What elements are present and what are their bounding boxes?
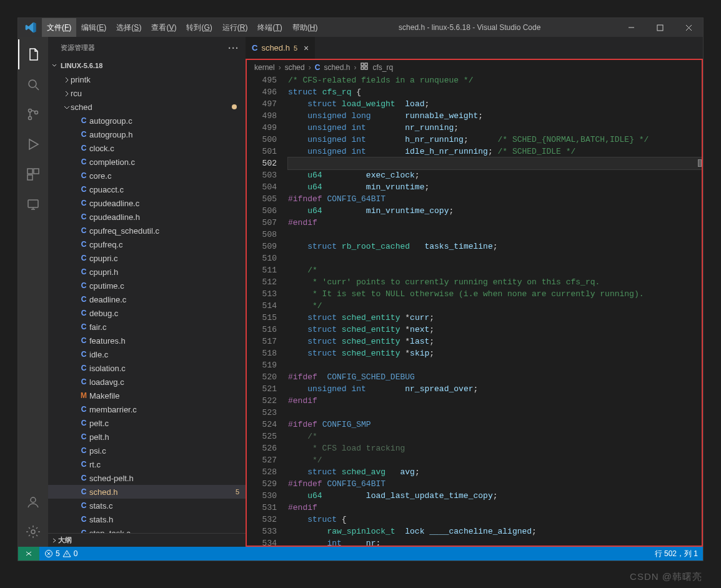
file-rt-c[interactable]: Crt.c <box>48 457 246 471</box>
breadcrumbs[interactable]: kernel›sched›Csched.h›cfs_rq <box>246 59 703 74</box>
file-isolation-c[interactable]: Cisolation.c <box>48 361 246 375</box>
file-sched-pelt-h[interactable]: Csched-pelt.h <box>48 471 246 485</box>
sidebar-more-icon[interactable]: ··· <box>228 43 239 53</box>
file-clock-c[interactable]: Cclock.c <box>48 141 246 155</box>
folder-rcu[interactable]: rcu <box>48 86 246 100</box>
remote-indicator[interactable] <box>18 547 39 561</box>
code-content[interactable]: /* CFS-related fields in a runqueue */st… <box>288 74 702 546</box>
file-cpufreq-c[interactable]: Ccpufreq.c <box>48 237 246 251</box>
file-deadline-c[interactable]: Cdeadline.c <box>48 292 246 306</box>
code-line[interactable]: * 'curr' points to currently running ent… <box>288 276 702 288</box>
minimize-button[interactable] <box>617 18 645 37</box>
file-sched-h[interactable]: Csched.h5 <box>48 485 246 499</box>
code-line[interactable]: int nr; <box>288 537 702 547</box>
code-editor[interactable]: 4954964974984995005015025035045055065075… <box>246 74 703 547</box>
code-line[interactable]: struct load_weight load; <box>288 98 702 110</box>
breadcrumb-segment[interactable]: sched <box>285 63 305 72</box>
code-line[interactable]: raw_spinlock_t lock ____cacheline_aligne… <box>288 526 702 537</box>
explorer-icon[interactable] <box>18 39 48 69</box>
extensions-icon[interactable] <box>18 159 48 189</box>
menu-s[interactable]: 选择(S) <box>111 18 146 37</box>
tab-sched-h[interactable]: C sched.h 5 × <box>246 37 316 59</box>
code-line[interactable]: unsigned int nr_running; <box>288 122 702 134</box>
breadcrumb-segment[interactable]: cfs_rq <box>372 63 393 72</box>
folder-printk[interactable]: printk <box>48 72 246 86</box>
file-idle-c[interactable]: Cidle.c <box>48 347 246 361</box>
code-line[interactable]: struct sched_entity *skip; <box>288 347 702 359</box>
file-psi-c[interactable]: Cpsi.c <box>48 444 246 457</box>
file-cpupri-c[interactable]: Ccpupri.c <box>48 251 246 265</box>
menu-v[interactable]: 查看(V) <box>146 18 181 37</box>
file-debug-c[interactable]: Cdebug.c <box>48 306 246 320</box>
breadcrumb-segment[interactable]: kernel <box>254 63 275 72</box>
code-line[interactable]: struct sched_avg avg; <box>288 466 702 478</box>
maximize-button[interactable] <box>645 18 674 37</box>
file-autogroup-c[interactable]: Cautogroup.c <box>48 114 246 127</box>
code-line[interactable]: #endif <box>288 217 702 229</box>
file-stats-c[interactable]: Cstats.c <box>48 499 246 512</box>
folder-sched[interactable]: sched <box>48 100 246 114</box>
code-line[interactable]: unsigned int idle_h_nr_running; /* SCHED… <box>288 146 702 157</box>
menu-t[interactable]: 终端(T) <box>252 18 287 37</box>
code-line[interactable]: #ifdef CONFIG_SMP <box>288 419 702 431</box>
code-line[interactable]: /* <box>288 431 702 442</box>
file-cpufreq_schedutil-c[interactable]: Ccpufreq_schedutil.c <box>48 224 246 237</box>
code-line[interactable]: struct sched_entity *next; <box>288 324 702 336</box>
code-line[interactable] <box>288 229 702 241</box>
code-line[interactable]: #ifndef CONFIG_64BIT <box>288 478 702 490</box>
file-Makefile[interactable]: MMakefile <box>48 389 246 402</box>
code-line[interactable]: * CFS load tracking <box>288 442 702 454</box>
code-line[interactable]: struct { <box>288 514 702 526</box>
code-line[interactable]: * It is set to NULL otherwise (i.e when … <box>288 288 702 300</box>
code-line[interactable] <box>288 407 702 419</box>
menu-e[interactable]: 编辑(E) <box>76 18 111 37</box>
code-line[interactable]: u64 min_vruntime_copy; <box>288 205 702 217</box>
file-stop_task-c[interactable]: Cstop_task.c <box>48 526 246 533</box>
problems-status[interactable]: 5 0 <box>39 547 82 561</box>
code-line[interactable] <box>288 359 702 371</box>
code-line[interactable]: struct cfs_rq { <box>288 86 702 98</box>
file-cpupri-h[interactable]: Ccpupri.h <box>48 265 246 279</box>
code-line[interactable]: u64 load_last_update_time_copy; <box>288 490 702 502</box>
code-line[interactable]: struct sched_entity *last; <box>288 336 702 347</box>
code-line[interactable]: unsigned int nr_spread_over; <box>288 383 702 395</box>
code-line[interactable]: /* CFS-related fields in a runqueue */ <box>288 74 702 86</box>
source-control-icon[interactable] <box>18 99 48 129</box>
code-line[interactable]: #endif <box>288 502 702 514</box>
file-pelt-c[interactable]: Cpelt.c <box>48 416 246 430</box>
code-line[interactable]: struct rb_root_cached tasks_timeline; <box>288 241 702 252</box>
code-line[interactable]: #ifndef CONFIG_64BIT <box>288 193 702 205</box>
file-features-h[interactable]: Cfeatures.h <box>48 334 246 347</box>
code-line[interactable]: struct sched_entity *curr; <box>288 312 702 324</box>
code-line[interactable]: /* <box>288 264 702 276</box>
code-line[interactable]: u64 exec_clock; <box>288 169 702 181</box>
file-loadavg-c[interactable]: Cloadavg.c <box>48 375 246 389</box>
sidebar-section[interactable]: LINUX-5.6.18 <box>48 59 246 72</box>
file-pelt-h[interactable]: Cpelt.h <box>48 430 246 444</box>
close-button[interactable] <box>674 18 703 37</box>
file-tree[interactable]: printkrcuschedCautogroup.cCautogroup.hCc… <box>48 72 246 533</box>
menu-f[interactable]: 文件(F) <box>42 18 76 37</box>
file-autogroup-h[interactable]: Cautogroup.h <box>48 127 246 141</box>
scrollbar[interactable] <box>698 74 702 546</box>
remote-explorer-icon[interactable] <box>18 189 48 219</box>
menu-r[interactable]: 运行(R) <box>217 18 253 37</box>
code-line[interactable]: */ <box>288 300 702 312</box>
file-cputime-c[interactable]: Ccputime.c <box>48 279 246 292</box>
menu-g[interactable]: 转到(G) <box>181 18 217 37</box>
code-line[interactable]: */ <box>288 454 702 466</box>
code-line[interactable] <box>288 252 702 264</box>
file-stats-h[interactable]: Cstats.h <box>48 512 246 526</box>
code-line[interactable]: u64 min_vruntime; <box>288 181 702 193</box>
breadcrumb-segment[interactable]: sched.h <box>324 63 350 72</box>
outline-section[interactable]: 大纲 <box>48 533 246 547</box>
account-icon[interactable] <box>18 487 48 517</box>
settings-gear-icon[interactable] <box>18 517 48 547</box>
tab-close-icon[interactable]: × <box>304 43 309 53</box>
code-line[interactable]: unsigned int h_nr_running; /* SCHED_{NOR… <box>288 134 702 146</box>
file-cpudeadline-h[interactable]: Ccpudeadline.h <box>48 210 246 224</box>
search-icon[interactable] <box>18 69 48 99</box>
run-debug-icon[interactable] <box>18 129 48 159</box>
file-fair-c[interactable]: Cfair.c <box>48 320 246 334</box>
code-line[interactable]: unsigned long runnable_weight; <box>288 110 702 122</box>
